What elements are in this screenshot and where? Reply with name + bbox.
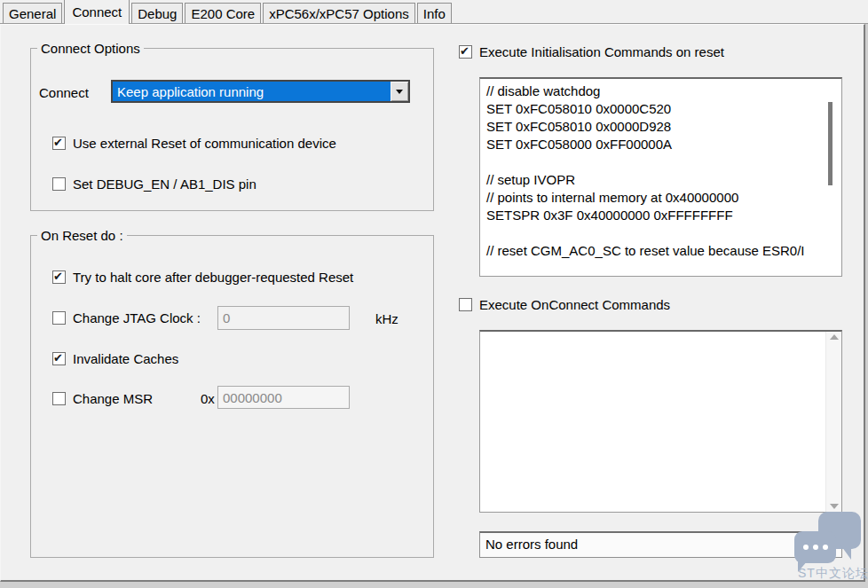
scroll-down-icon[interactable] — [830, 504, 839, 509]
onconnect-scrollbar[interactable] — [825, 332, 841, 512]
set-debug-en-label: Set DEBUG_EN / AB1_DIS pin — [73, 176, 256, 192]
halt-core-checkbox[interactable] — [52, 270, 66, 284]
execute-onconnect-row[interactable]: Execute OnConnect Commands — [459, 297, 670, 312]
connect-mode-selected-value: Keep application running — [113, 82, 391, 101]
tab-connect[interactable]: Connect — [64, 0, 130, 24]
set-debug-en-checkbox[interactable] — [52, 177, 66, 191]
onconnect-commands-text — [480, 332, 841, 339]
chat-dot-icon — [813, 545, 818, 550]
on-reset-group-title: On Reset do : — [37, 228, 127, 243]
chat-bubble-back-tail-icon — [840, 544, 851, 560]
jtag-clock-unit-label: kHz — [375, 311, 398, 326]
execute-init-commands-checkbox[interactable] — [459, 45, 472, 59]
tab-e200-core[interactable]: E200 Core — [185, 3, 261, 23]
set-debug-en-row[interactable]: Set DEBUG_EN / AB1_DIS pin — [52, 176, 256, 192]
execute-onconnect-label: Execute OnConnect Commands — [479, 297, 670, 312]
execute-onconnect-checkbox[interactable] — [459, 298, 472, 311]
invalidate-caches-label: Invalidate Caches — [73, 351, 178, 366]
tab-strip: General Connect Debug E200 Core xPC56x/x… — [0, 0, 868, 24]
invalidate-caches-row[interactable]: Invalidate Caches — [52, 351, 178, 366]
msr-hex-prefix-label: 0x — [201, 391, 215, 406]
tab-general[interactable]: General — [3, 3, 62, 23]
scroll-up-icon[interactable] — [830, 334, 839, 340]
use-external-reset-row[interactable]: Use external Reset of communication devi… — [52, 136, 336, 151]
dropdown-button[interactable] — [391, 82, 408, 101]
change-jtag-checkbox[interactable] — [52, 311, 66, 325]
use-external-reset-label: Use external Reset of communication devi… — [73, 136, 336, 151]
chevron-down-icon — [396, 90, 403, 94]
change-jtag-row[interactable]: Change JTAG Clock : — [52, 310, 201, 325]
halt-core-label: Try to halt core after debugger-requeste… — [73, 270, 353, 285]
tab-debug[interactable]: Debug — [131, 3, 183, 23]
connect-settings-dialog: General Connect Debug E200 Core xPC56x/x… — [0, 0, 868, 588]
onconnect-commands-textarea[interactable] — [479, 330, 842, 513]
chat-bubble-front-icon — [794, 531, 836, 563]
chat-dot-icon — [823, 545, 828, 550]
invalidate-caches-checkbox[interactable] — [52, 352, 66, 365]
init-commands-textarea[interactable]: // disable watchdog SET 0xFC058010 0x000… — [479, 77, 842, 277]
change-msr-label: Change MSR — [73, 391, 153, 406]
init-commands-text: // disable watchdog SET 0xFC058010 0x000… — [480, 79, 841, 263]
connect-options-group-title: Connect Options — [37, 41, 144, 56]
connect-label: Connect — [39, 85, 89, 100]
change-jtag-label: Change JTAG Clock : — [73, 310, 201, 325]
watermark-text: ST中文论坛 — [798, 566, 868, 582]
halt-core-row[interactable]: Try to halt core after debugger-requeste… — [52, 270, 353, 285]
chat-dot-icon — [803, 545, 809, 550]
change-msr-row[interactable]: Change MSR — [52, 391, 153, 406]
jtag-clock-input[interactable] — [217, 306, 350, 330]
tab-xpc56x-xpc57-options[interactable]: xPC56x/xPC57 Options — [263, 3, 415, 23]
init-commands-scrollbar-thumb[interactable] — [828, 102, 832, 185]
status-message-field: No errors found — [479, 531, 842, 558]
connect-mode-dropdown[interactable]: Keep application running — [111, 80, 410, 103]
tab-info[interactable]: Info — [417, 3, 452, 23]
msr-value-input[interactable] — [217, 386, 350, 409]
use-external-reset-checkbox[interactable] — [52, 137, 66, 150]
change-msr-checkbox[interactable] — [52, 392, 66, 405]
execute-init-commands-label: Execute Initialisation Commands on reset — [479, 44, 724, 59]
execute-init-commands-row[interactable]: Execute Initialisation Commands on reset — [459, 44, 724, 59]
